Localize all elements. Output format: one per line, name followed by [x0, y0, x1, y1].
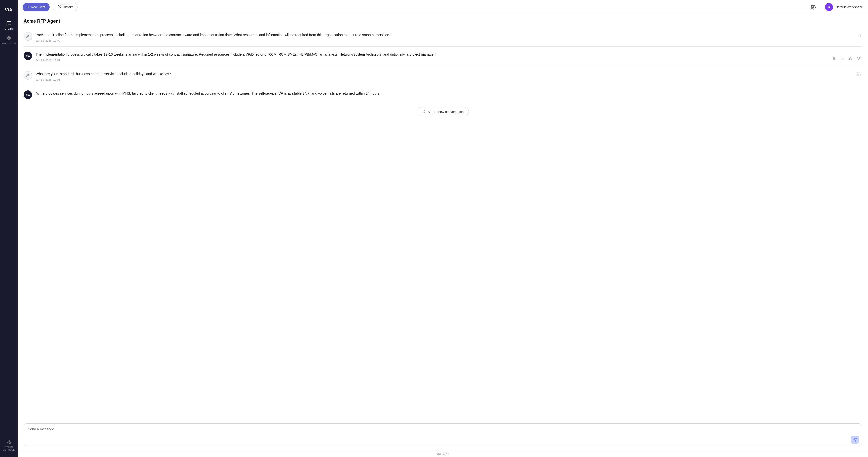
agent-avatar-icon: V/A: [24, 52, 32, 60]
chats-icon: [6, 21, 12, 27]
sidebar-item-chats[interactable]: CHATS: [0, 18, 18, 33]
svg-point-18: [27, 74, 28, 75]
workspace-label: Default Workspace: [835, 5, 863, 9]
plus-icon: +: [27, 5, 29, 9]
agent-avatar-icon: V/A: [24, 90, 32, 99]
message-timestamp: Jan 13, 2025, 10:02: [36, 39, 862, 42]
history-label: History: [63, 5, 72, 9]
user-avatar: R: [825, 3, 833, 11]
app-logo: V/A: [2, 3, 15, 16]
agent-hub-label: AGENT HUB: [2, 42, 16, 45]
history-button[interactable]: History: [53, 2, 78, 11]
message-content: The implementation process typically tak…: [36, 52, 862, 62]
message-content: Acme provides services during hours agre…: [36, 90, 862, 99]
message-actions: [830, 55, 862, 62]
new-chat-label: New Chat: [31, 5, 45, 9]
svg-rect-17: [841, 58, 843, 60]
admin-console-icon: [6, 439, 12, 445]
footer-label: BREV/AN: [436, 453, 450, 456]
refresh-icon: [422, 109, 426, 114]
sidebar-bottom: ADMINCONSOLE: [0, 436, 18, 454]
message-text: What are your "standard" business hours …: [36, 71, 862, 77]
new-convo-label: Start a new conversation: [428, 110, 464, 114]
thumbs-up-icon[interactable]: [847, 55, 854, 62]
copy-button[interactable]: [856, 32, 862, 39]
start-new-conversation-button[interactable]: Start a new conversation: [417, 107, 469, 116]
message-content: Provide a timeline for the implementatio…: [36, 32, 862, 42]
list-icon[interactable]: [830, 55, 836, 62]
message-text: Provide a timeline for the implementatio…: [36, 32, 862, 38]
new-chat-button[interactable]: + New Chat: [23, 3, 50, 11]
message-text: The implementation process typically tak…: [36, 52, 862, 57]
topbar-divider: [820, 3, 821, 11]
svg-rect-10: [858, 35, 860, 37]
messages-container: Provide a timeline for the implementatio…: [18, 27, 868, 421]
table-row: Provide a timeline for the implementatio…: [24, 27, 862, 47]
footer: BREV/AN: [18, 451, 868, 457]
sidebar-item-agent-hub[interactable]: AGENT HUB: [0, 33, 18, 47]
copy-button[interactable]: [856, 71, 862, 78]
svg-rect-2: [9, 36, 11, 38]
svg-point-9: [27, 35, 28, 36]
thumbs-down-icon[interactable]: [856, 55, 862, 62]
chats-label: CHATS: [5, 28, 13, 30]
message-input[interactable]: [24, 423, 862, 446]
agent-hub-icon: [6, 35, 12, 41]
sidebar: V/A CHATS AGENT HUB: [0, 0, 18, 457]
main-content: + New Chat History R: [18, 0, 868, 457]
svg-point-5: [8, 440, 9, 442]
user-avatar-icon: [24, 71, 32, 80]
input-wrapper: [24, 423, 862, 447]
new-conversation-row: Start a new conversation: [24, 103, 862, 118]
svg-rect-1: [7, 36, 8, 38]
copy-button[interactable]: [838, 55, 845, 62]
message-timestamp: Jan 13, 2025, 10:03: [36, 78, 862, 81]
svg-rect-3: [7, 39, 8, 40]
table-row: V/A The implementation process typically…: [24, 47, 862, 66]
svg-rect-19: [858, 74, 860, 76]
history-clock-icon: [58, 5, 61, 9]
table-row: What are your "standard" business hours …: [24, 66, 862, 85]
input-area: [18, 421, 868, 451]
user-avatar-icon: [24, 32, 32, 41]
topbar-right: R Default Workspace: [810, 3, 863, 11]
sidebar-top: V/A CHATS AGENT HUB: [0, 3, 18, 47]
sidebar-item-admin-console[interactable]: ADMINCONSOLE: [0, 436, 18, 454]
workspace-selector[interactable]: R Default Workspace: [825, 3, 863, 11]
admin-console-label: ADMINCONSOLE: [3, 446, 15, 452]
svg-point-8: [813, 6, 814, 7]
settings-icon[interactable]: [810, 4, 816, 10]
table-row: V/A Acme provides services during hours …: [24, 85, 862, 103]
message-timestamp: Jan 13, 2025, 10:02: [36, 59, 862, 62]
svg-text:V/A: V/A: [5, 7, 12, 12]
svg-rect-4: [9, 39, 11, 40]
message-text: Acme provides services during hours agre…: [36, 90, 862, 96]
send-button[interactable]: [851, 436, 859, 444]
topbar: + New Chat History R: [18, 0, 868, 14]
page-title: Acme RFP Agent: [18, 14, 868, 27]
message-content: What are your "standard" business hours …: [36, 71, 862, 81]
